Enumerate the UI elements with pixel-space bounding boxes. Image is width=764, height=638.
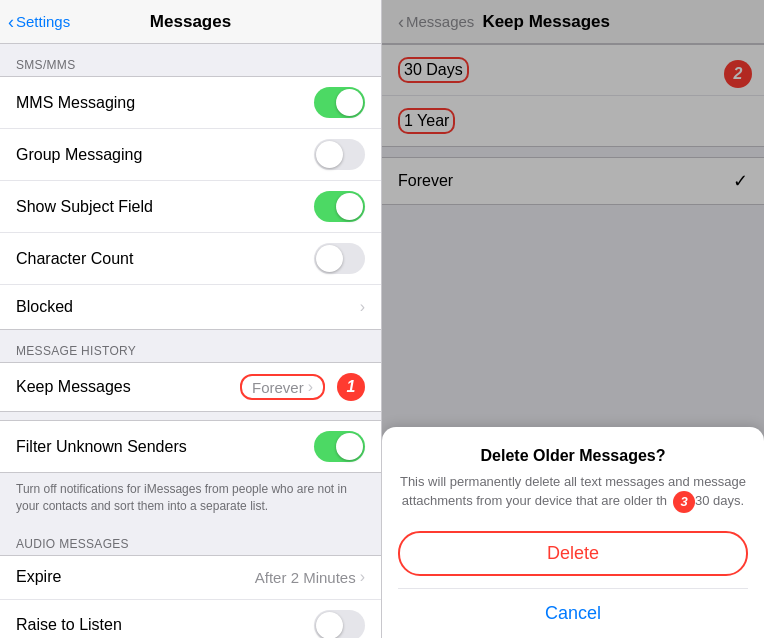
expire-value-text: After 2 Minutes bbox=[255, 569, 356, 586]
back-label: Settings bbox=[16, 13, 70, 30]
delete-button-label: Delete bbox=[547, 543, 599, 564]
raise-listen-row: Raise to Listen bbox=[0, 600, 381, 638]
message-history-header: MESSAGE HISTORY bbox=[0, 338, 381, 362]
character-count-row: Character Count bbox=[0, 233, 381, 285]
chevron-right-icon: › bbox=[360, 568, 365, 586]
filter-group: Filter Unknown Senders bbox=[0, 420, 381, 473]
filter-toggle[interactable] bbox=[314, 431, 365, 462]
keep-messages-row[interactable]: Keep Messages Forever › 1 bbox=[0, 363, 381, 411]
cancel-button-label: Cancel bbox=[545, 603, 601, 624]
toggle-thumb bbox=[316, 245, 343, 272]
chevron-right-icon: › bbox=[360, 298, 365, 316]
page-title: Messages bbox=[150, 12, 231, 32]
dialog-message: This will permanently delete all text me… bbox=[398, 473, 748, 513]
subject-field-row: Show Subject Field bbox=[0, 181, 381, 233]
message-history-group: Keep Messages Forever › 1 bbox=[0, 362, 381, 412]
step1-badge: 1 bbox=[337, 373, 365, 401]
sms-section-header: SMS/MMS bbox=[0, 52, 381, 76]
keep-messages-value-text: Forever bbox=[252, 379, 304, 396]
subject-label: Show Subject Field bbox=[16, 198, 153, 216]
toggle-thumb bbox=[316, 612, 343, 638]
keep-messages-value: Forever › bbox=[240, 374, 325, 400]
left-nav-header: ‹ Settings Messages bbox=[0, 0, 381, 44]
toggle-thumb bbox=[336, 193, 363, 220]
expire-label: Expire bbox=[16, 568, 61, 586]
back-button[interactable]: ‹ Settings bbox=[8, 13, 70, 31]
raise-toggle[interactable] bbox=[314, 610, 365, 638]
chevron-right-icon: › bbox=[308, 378, 313, 396]
filter-description: Turn off notifications for iMessages fro… bbox=[0, 473, 381, 523]
toggle-thumb bbox=[316, 141, 343, 168]
right-panel: ‹ Messages Keep Messages 30 Days 1 Year … bbox=[382, 0, 764, 638]
mms-messaging-row: MMS Messaging bbox=[0, 77, 381, 129]
blocked-label: Blocked bbox=[16, 298, 73, 316]
dialog-overlay: Delete Older Messages? This will permane… bbox=[382, 0, 764, 638]
delete-button[interactable]: Delete bbox=[398, 531, 748, 576]
left-panel: ‹ Settings Messages SMS/MMS MMS Messagin… bbox=[0, 0, 382, 638]
group-label: Group Messaging bbox=[16, 146, 142, 164]
filter-row: Filter Unknown Senders bbox=[0, 421, 381, 472]
charcount-toggle[interactable] bbox=[314, 243, 365, 274]
expire-row[interactable]: Expire After 2 Minutes › bbox=[0, 556, 381, 600]
back-chevron-icon: ‹ bbox=[8, 13, 14, 31]
toggle-thumb bbox=[336, 433, 363, 460]
mms-toggle[interactable] bbox=[314, 87, 365, 118]
blocked-row[interactable]: Blocked › bbox=[0, 285, 381, 329]
dialog-title: Delete Older Messages? bbox=[398, 447, 748, 465]
blocked-value: › bbox=[360, 298, 365, 316]
toggle-thumb bbox=[336, 89, 363, 116]
group-messaging-row: Group Messaging bbox=[0, 129, 381, 181]
filter-label: Filter Unknown Senders bbox=[16, 438, 187, 456]
audio-group: Expire After 2 Minutes › Raise to Listen bbox=[0, 555, 381, 638]
dialog-message-text2: 30 days. bbox=[695, 493, 744, 508]
group-toggle[interactable] bbox=[314, 139, 365, 170]
audio-section-header: AUDIO MESSAGES bbox=[0, 531, 381, 555]
sms-settings-group: MMS Messaging Group Messaging Show Subje… bbox=[0, 76, 381, 330]
step3-badge: 3 bbox=[673, 491, 695, 513]
subject-toggle[interactable] bbox=[314, 191, 365, 222]
keep-messages-label: Keep Messages bbox=[16, 378, 131, 396]
raise-label: Raise to Listen bbox=[16, 616, 122, 634]
delete-dialog: Delete Older Messages? This will permane… bbox=[382, 427, 764, 638]
expire-value: After 2 Minutes › bbox=[255, 568, 365, 586]
mms-label: MMS Messaging bbox=[16, 94, 135, 112]
cancel-button[interactable]: Cancel bbox=[398, 588, 748, 638]
charcount-label: Character Count bbox=[16, 250, 133, 268]
